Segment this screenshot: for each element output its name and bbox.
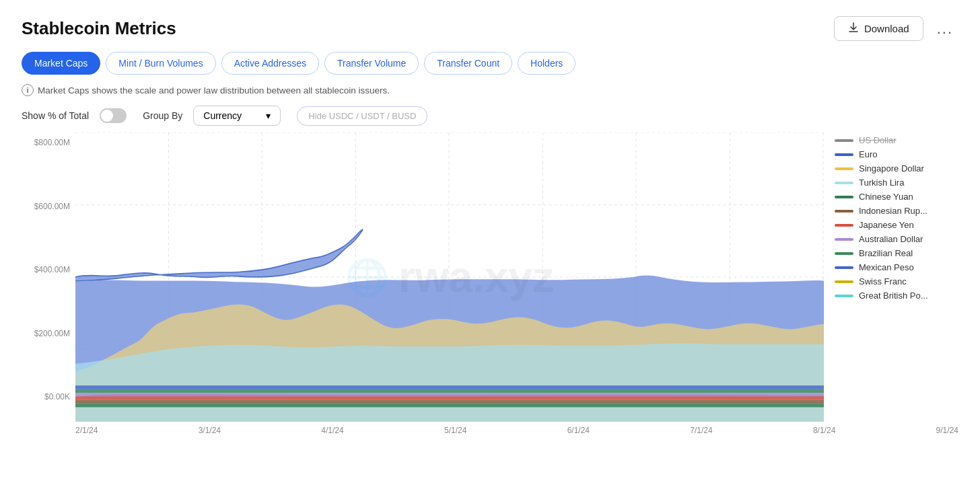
- y-label-600: $600.00M: [22, 202, 70, 211]
- legend-color-australian-dollar: [835, 238, 853, 241]
- x-label-5: 7/1/24: [690, 426, 712, 435]
- info-icon: i: [22, 84, 34, 96]
- download-button[interactable]: Download: [834, 16, 923, 41]
- tab-holders[interactable]: Holders: [518, 52, 575, 75]
- legend-item-mexican-peso[interactable]: Mexican Peso: [835, 262, 958, 272]
- tab-active-addresses[interactable]: Active Addresses: [221, 52, 319, 75]
- legend-item-japanese-yen[interactable]: Japanese Yen: [835, 220, 958, 230]
- chart-svg-container: 🌐 rwa.xyz .grid-line { stroke: #ccc; str…: [75, 132, 824, 422]
- legend-item-us-dollar[interactable]: US Dollar: [835, 135, 958, 145]
- legend-color-swiss-franc: [835, 280, 853, 283]
- y-label-200: $200.00M: [22, 329, 70, 338]
- legend-item-euro[interactable]: Euro: [835, 149, 958, 159]
- toggle-knob: [101, 110, 113, 122]
- chart-svg: .grid-line { stroke: #ccc; stroke-width:…: [75, 132, 824, 422]
- more-options-button[interactable]: ...: [932, 17, 958, 40]
- legend-item-brazilian-real[interactable]: Brazilian Real: [835, 248, 958, 258]
- tab-bar: Market Caps Mint / Burn Volumes Active A…: [22, 52, 958, 75]
- info-text: Market Caps shows the scale and power la…: [38, 85, 390, 95]
- legend-item-turkish-lira[interactable]: Turkish Lira: [835, 178, 958, 188]
- x-label-3: 5/1/24: [444, 426, 466, 435]
- legend-color-mexican-peso: [835, 266, 853, 269]
- show-pct-toggle[interactable]: [100, 108, 127, 123]
- tab-transfer-volume[interactable]: Transfer Volume: [324, 52, 419, 75]
- group-by-label: Group By: [143, 110, 182, 121]
- legend-item-indonesian-rupiah[interactable]: Indonesian Rup...: [835, 206, 958, 216]
- hide-usdc-button[interactable]: Hide USDC / USDT / BUSD: [297, 106, 427, 126]
- chevron-down-icon: ▾: [266, 110, 271, 121]
- legend-item-swiss-franc[interactable]: Swiss Franc: [835, 276, 958, 286]
- y-axis: $800.00M $600.00M $400.00M $200.00M $0.0…: [22, 132, 75, 422]
- download-icon: [848, 22, 859, 35]
- legend-color-turkish-lira: [835, 182, 853, 184]
- legend-item-great-british-pound[interactable]: Great British Po...: [835, 291, 958, 301]
- legend-color-brazilian-real: [835, 252, 853, 255]
- x-label-0: 2/1/24: [75, 426, 98, 435]
- legend-color-us-dollar: [835, 139, 853, 142]
- x-label-2: 4/1/24: [321, 426, 343, 435]
- x-label-7: 9/1/24: [936, 426, 958, 435]
- legend-color-great-british-pound: [835, 295, 853, 297]
- x-label-1: 3/1/24: [199, 426, 221, 435]
- legend-color-singapore-dollar: [835, 167, 853, 170]
- tab-market-caps[interactable]: Market Caps: [22, 52, 100, 75]
- tab-transfer-count[interactable]: Transfer Count: [424, 52, 512, 75]
- page-title: Stablecoin Metrics: [22, 18, 176, 39]
- legend-color-japanese-yen: [835, 224, 853, 227]
- y-label-400: $400.00M: [22, 265, 70, 274]
- y-label-0: $0.00K: [22, 392, 70, 401]
- legend-color-chinese-yuan: [835, 196, 853, 198]
- x-label-4: 6/1/24: [567, 426, 590, 435]
- y-label-800: $800.00M: [22, 138, 70, 147]
- legend-color-indonesian-rupiah: [835, 210, 853, 213]
- legend-item-singapore-dollar[interactable]: Singapore Dollar: [835, 163, 958, 174]
- show-pct-label: Show % of Total: [22, 110, 89, 121]
- legend-item-chinese-yuan[interactable]: Chinese Yuan: [835, 192, 958, 202]
- chart-area: $800.00M $600.00M $400.00M $200.00M $0.0…: [22, 132, 958, 422]
- x-axis: 2/1/24 3/1/24 4/1/24 5/1/24 6/1/24 7/1/2…: [22, 422, 958, 435]
- group-by-select[interactable]: Currency ▾: [193, 106, 281, 126]
- legend-item-australian-dollar[interactable]: Australian Dollar: [835, 234, 958, 244]
- chart-legend: US Dollar Euro Singapore Dollar Turkish …: [824, 132, 958, 422]
- tab-mint-burn[interactable]: Mint / Burn Volumes: [106, 52, 215, 75]
- x-label-6: 8/1/24: [813, 426, 835, 435]
- legend-color-euro: [835, 153, 853, 156]
- info-bar: i Market Caps shows the scale and power …: [22, 84, 958, 96]
